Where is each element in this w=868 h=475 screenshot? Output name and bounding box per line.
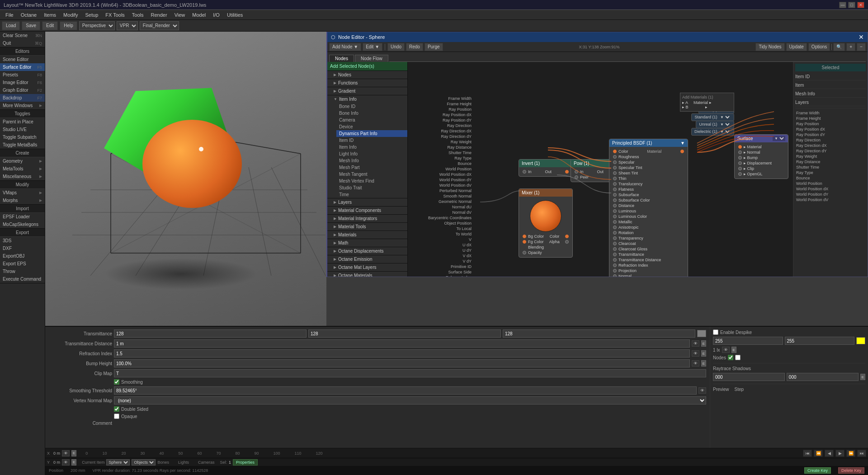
transmittance-g-input[interactable] xyxy=(308,329,501,338)
redo-button[interactable]: Redo xyxy=(406,43,423,51)
menu-setup[interactable]: Setup xyxy=(82,11,102,19)
tidy-nodes-button[interactable]: Tidy Nodes xyxy=(755,43,784,51)
dielectric-select[interactable]: ▼ xyxy=(718,129,731,134)
sidebar-item-miscellaneous[interactable]: Miscellaneous xyxy=(0,173,45,180)
refraction-index-input[interactable] xyxy=(114,349,690,357)
y-eye-btn[interactable]: 👁 xyxy=(62,459,70,466)
create-key-button[interactable]: Create Key xyxy=(804,467,831,474)
node-item-time[interactable]: Time xyxy=(336,191,407,198)
menu-tools[interactable]: Tools xyxy=(128,11,147,19)
y-e-btn[interactable]: E xyxy=(71,459,76,466)
minimize-button[interactable]: — xyxy=(839,2,846,8)
node-item-camera[interactable]: Camera xyxy=(336,117,407,123)
sidebar-item-throw[interactable]: Throw xyxy=(0,268,45,275)
add-selected-nodes-button[interactable]: Add Selected Node(s) xyxy=(327,62,407,71)
objects-select[interactable]: Objects xyxy=(132,459,156,466)
ne-zoom-out-button[interactable]: − xyxy=(857,43,866,51)
transmittance-r-input[interactable] xyxy=(114,329,307,338)
node-cat-octane-disp-header[interactable]: Octane Displacements xyxy=(327,247,407,255)
menu-file[interactable]: File xyxy=(2,11,17,19)
delete-key-button[interactable]: Delete Key xyxy=(838,467,864,474)
principled-bsdf-node[interactable]: Principled BSDF (1) ▼ Color Material xyxy=(609,139,688,277)
color-255-r-input[interactable] xyxy=(713,337,783,345)
options-button[interactable]: Options xyxy=(808,43,830,51)
edit-button-ne[interactable]: Edit ▼ xyxy=(363,43,382,51)
node-cat-material-comp-header[interactable]: Material Components xyxy=(327,207,407,214)
current-item-select[interactable]: Sphere xyxy=(106,459,130,466)
standard-select[interactable]: ▼ xyxy=(718,115,731,120)
node-cat-material-tools-header[interactable]: Material Tools xyxy=(327,223,407,230)
bump-height-envelope[interactable]: E xyxy=(701,360,706,367)
node-cat-layers-header[interactable]: Layers xyxy=(327,198,407,206)
menu-modify[interactable]: Modify xyxy=(60,11,81,19)
close-button[interactable]: ✕ xyxy=(857,2,864,8)
sidebar-item-3ds[interactable]: 3DS xyxy=(0,237,45,245)
edit-button[interactable]: Edit xyxy=(42,21,58,30)
x-eye-btn[interactable]: 👁 xyxy=(62,450,70,456)
smoothing-threshold-eye[interactable]: 👁 xyxy=(698,387,706,394)
node-cat-octane-materials-header[interactable]: Octane Materials xyxy=(327,272,407,277)
sidebar-item-export-eps[interactable]: Export EPS xyxy=(0,260,45,268)
transmittance-color-swatch[interactable] xyxy=(697,330,706,337)
node-item-studio-trait[interactable]: Studio Trait xyxy=(336,184,407,191)
node-item-mesh-info[interactable]: Mesh Info xyxy=(336,157,407,164)
x-e-btn[interactable]: E xyxy=(71,450,76,456)
render-target-select[interactable]: Final_Render xyxy=(140,21,179,30)
add-node-button[interactable]: Add Node ▼ xyxy=(329,43,361,51)
sidebar-item-more-windows[interactable]: More Windows xyxy=(0,102,45,109)
node-item-light-info[interactable]: Light Info xyxy=(336,150,407,157)
sidebar-item-surface-editor[interactable]: Surface Editor F5 xyxy=(0,63,45,71)
lx-eye[interactable]: 👁 xyxy=(722,347,730,353)
node-canvas[interactable]: Frame Width Frame Height Ray Position Ra… xyxy=(408,62,793,277)
opaque-checkbox[interactable] xyxy=(114,414,119,419)
node-item-device[interactable]: Device xyxy=(336,123,407,130)
node-cat-octane-mat-layers-header[interactable]: Octane Mat Layers xyxy=(327,263,407,271)
tl-first-btn[interactable]: ⏮ xyxy=(803,450,812,457)
refraction-envelope[interactable]: E xyxy=(701,350,706,357)
sidebar-item-studio-live[interactable]: Studio LIVE xyxy=(0,126,45,133)
tl-fwd-btn[interactable]: ⏩ xyxy=(846,450,855,457)
sidebar-item-epsf-loader[interactable]: EPSF Loader xyxy=(0,213,45,221)
menu-utilities[interactable]: Utilities xyxy=(223,11,246,19)
sidebar-item-presets[interactable]: Presets F8 xyxy=(0,71,45,79)
menu-octane[interactable]: Octane xyxy=(17,11,40,19)
node-cat-math-header[interactable]: Math xyxy=(327,239,407,247)
tl-last-btn[interactable]: ⏭ xyxy=(857,450,866,457)
menu-model[interactable]: Model xyxy=(189,11,209,19)
sidebar-item-scene-editor[interactable]: Scene Editor xyxy=(0,56,45,63)
node-item-item-id[interactable]: Item ID xyxy=(336,137,407,144)
node-item-mesh-tangent[interactable]: Mesh Tangent xyxy=(336,171,407,178)
menu-items[interactable]: Items xyxy=(40,11,60,19)
node-item-bone-info[interactable]: Bone Info xyxy=(336,110,407,117)
undo-button[interactable]: Undo xyxy=(387,43,405,51)
maximize-button[interactable]: □ xyxy=(848,2,855,8)
sidebar-item-export-obj[interactable]: ExportOBJ xyxy=(0,252,45,260)
node-cat-item-info-header[interactable]: Item Info xyxy=(327,95,407,103)
shadow-val2-input[interactable] xyxy=(787,373,859,381)
node-item-mesh-part[interactable]: Mesh Part xyxy=(336,164,407,171)
load-button[interactable]: Load xyxy=(2,21,20,30)
properties-button[interactable]: Properties xyxy=(233,459,258,466)
menu-io[interactable]: I/O xyxy=(209,11,223,19)
node-cat-octane-emission-header[interactable]: Octane Emission xyxy=(327,255,407,263)
sidebar-item-parent-in-place[interactable]: Parent in Place xyxy=(0,118,45,126)
standard-node[interactable]: Standard (1) ▼ xyxy=(691,113,734,121)
transmittance-distance-input[interactable] xyxy=(114,339,690,348)
sidebar-item-mocap-skelegons[interactable]: MoCapSkelegons xyxy=(0,221,45,228)
vpr-select[interactable]: VPR xyxy=(117,21,138,30)
unreal-select[interactable]: ▼ xyxy=(718,122,731,127)
help-button[interactable]: Help xyxy=(60,21,77,30)
node-cat-gradient-header[interactable]: Gradient xyxy=(327,87,407,95)
dielectric-node[interactable]: Dielectric (1) ▼ xyxy=(691,128,734,136)
menu-fx-tools[interactable]: FX Tools xyxy=(102,11,128,19)
sidebar-item-quit[interactable]: Quit ⌘Q xyxy=(0,39,45,47)
nodes-checkbox2[interactable] xyxy=(735,355,741,360)
invert-node[interactable]: Invert (1) In Out xyxy=(519,159,573,177)
node-item-mesh-vertex-find[interactable]: Mesh Vertex Find xyxy=(336,178,407,184)
node-editor-close-button[interactable]: ✕ xyxy=(859,33,864,41)
bump-height-eye[interactable]: 👁 xyxy=(692,360,699,367)
sidebar-item-metatools[interactable]: MetaTools xyxy=(0,165,45,173)
sidebar-item-toggle-subpatch[interactable]: Toggle Subpatch xyxy=(0,133,45,141)
vertex-normal-map-select[interactable]: (none) xyxy=(114,396,706,404)
update-button[interactable]: Update xyxy=(786,43,807,51)
